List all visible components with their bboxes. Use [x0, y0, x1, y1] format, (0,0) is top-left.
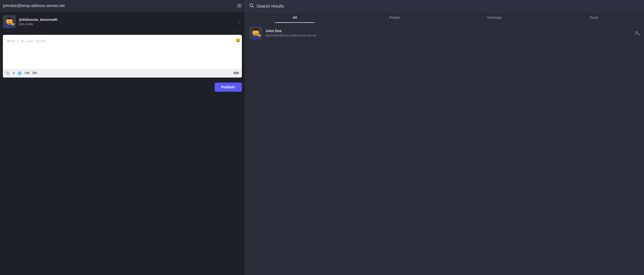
paperclip-icon	[6, 71, 10, 75]
cw-button[interactable]: CW	[24, 71, 30, 75]
search-results-header: Search results	[245, 0, 644, 12]
tab-all[interactable]: All	[245, 12, 345, 23]
profile-username: @dobussia_dovornath	[19, 17, 233, 22]
emoji-button[interactable]	[236, 38, 240, 43]
result-handle: @johndoe@temp-address.serveo.net	[266, 34, 632, 37]
publish-button[interactable]: Publish!	[215, 83, 242, 92]
tab-posts[interactable]: Posts	[544, 12, 644, 23]
svg-point-23	[255, 33, 256, 34]
search-clear-button[interactable]: ✕	[237, 3, 242, 8]
char-count: 500	[234, 71, 239, 75]
compose-textarea[interactable]	[4, 36, 235, 69]
search-results-title: Search results	[256, 3, 284, 8]
compose-toolbar: CW EN 500	[3, 69, 242, 77]
svg-point-7	[8, 21, 8, 22]
tab-hashtags[interactable]: Hashtags	[444, 12, 544, 23]
svg-line-13	[252, 6, 254, 7]
profile-more-button[interactable]: ⋮	[236, 18, 242, 25]
right-panel: Search results All People Hashtags Posts	[245, 0, 644, 275]
svg-point-8	[10, 21, 11, 22]
publish-btn-area: Publish!	[0, 80, 245, 94]
svg-point-9	[9, 22, 10, 23]
visibility-button[interactable]	[18, 71, 22, 75]
results-list: John Doe @johndoe@temp-address.serveo.ne…	[245, 23, 644, 43]
profile-info: @dobussia_dovornath Edit profile	[19, 17, 233, 26]
formatting-button[interactable]	[12, 71, 15, 75]
tabs-row: All People Hashtags Posts	[245, 12, 644, 23]
language-button[interactable]: EN	[32, 71, 37, 75]
profile-section: @dobussia_dovornath Edit profile ⋮	[0, 12, 245, 32]
compose-area: CW EN 500	[3, 35, 242, 77]
emoji-icon	[236, 38, 240, 43]
search-input[interactable]	[3, 3, 235, 8]
add-user-icon	[635, 30, 640, 35]
profile-edit-link[interactable]: Edit profile	[19, 22, 233, 26]
svg-rect-18	[254, 28, 257, 30]
search-icon	[249, 3, 254, 9]
attach-button[interactable]	[6, 71, 10, 75]
follow-button[interactable]	[635, 30, 640, 35]
svg-point-22	[257, 32, 257, 33]
svg-rect-4	[8, 17, 10, 18]
tab-people[interactable]: People	[345, 12, 444, 23]
svg-point-26	[636, 31, 638, 33]
svg-point-21	[254, 32, 254, 33]
result-name: John Doe	[266, 29, 632, 33]
globe-icon	[18, 71, 22, 75]
avatar	[3, 15, 16, 28]
result-avatar	[249, 26, 262, 39]
list-icon	[12, 71, 15, 75]
result-info: John Doe @johndoe@temp-address.serveo.ne…	[266, 29, 632, 37]
svg-rect-25	[258, 34, 261, 35]
table-row[interactable]: John Doe @johndoe@temp-address.serveo.ne…	[245, 23, 644, 43]
search-bar-area: ✕	[0, 0, 245, 12]
left-panel: ✕	[0, 0, 245, 275]
svg-rect-11	[12, 23, 14, 24]
